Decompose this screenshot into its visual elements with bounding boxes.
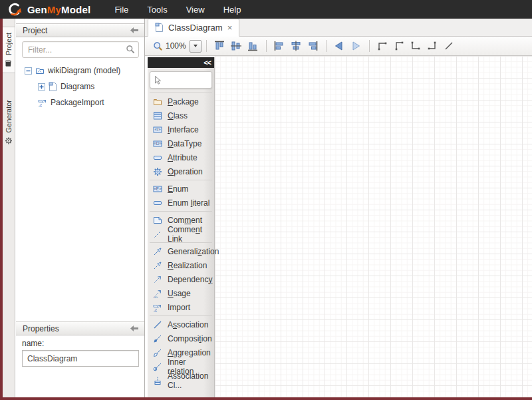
palette-item-import[interactable]: ‹I› Import xyxy=(148,300,214,314)
align-top-button[interactable] xyxy=(211,39,228,53)
tool-palette: << Package Class «I» Interface «D» DataT… xyxy=(148,57,215,397)
align-right-icon xyxy=(306,39,319,53)
align-middle-button[interactable] xyxy=(228,39,245,53)
palette-item-label: DataType xyxy=(168,139,201,148)
palette-item-label: Association xyxy=(168,320,208,329)
palette-item-dependency[interactable]: Dependency xyxy=(148,272,214,286)
align-center-button[interactable] xyxy=(288,39,305,53)
palette-item-label: Aggregation xyxy=(168,348,211,357)
filter-field xyxy=(22,41,139,58)
diagram-icon xyxy=(155,23,164,33)
properties-panel-header: Properties xyxy=(16,321,144,335)
collapse-left-icon[interactable] xyxy=(130,27,139,33)
palette-item-list: Package Class «I» Interface «D» DataType… xyxy=(148,91,214,387)
menu-bar: FileToolsViewHelp xyxy=(105,1,250,18)
import-icon: ‹I› xyxy=(153,303,162,312)
bottom-accent-bar xyxy=(0,397,532,400)
flip-right-button[interactable] xyxy=(348,39,364,53)
palette-item-label: Enum xyxy=(168,184,188,194)
left-accent-bar xyxy=(0,19,3,400)
attribute-icon xyxy=(153,153,162,162)
properties-panel-title: Properties xyxy=(23,324,59,333)
align-bottom-button[interactable] xyxy=(245,39,261,53)
comment-link-icon xyxy=(153,230,162,239)
palette-separator xyxy=(150,211,212,212)
usage-icon: ‹u› xyxy=(153,289,162,298)
filter-input[interactable] xyxy=(22,41,139,58)
toolbar-separator xyxy=(206,40,207,52)
menu-help[interactable]: Help xyxy=(214,1,251,18)
palette-item-enum-literal[interactable]: Enum literal xyxy=(148,196,214,210)
palette-item-usage[interactable]: ‹u› Usage xyxy=(148,286,214,300)
zoom-dropdown-button[interactable] xyxy=(190,40,201,53)
editor-area: ClassDiagram × 100% << Package xyxy=(145,19,532,397)
elbow-up-right-icon xyxy=(376,39,389,53)
tab-classdiagram[interactable]: ClassDiagram × xyxy=(148,19,239,37)
align-right-button[interactable] xyxy=(305,39,321,53)
name-field-label: name: xyxy=(22,339,44,348)
selection-tool-button[interactable] xyxy=(150,71,212,89)
genmymodel-app: GenMyModel FileToolsViewHelp Project Gen… xyxy=(0,0,532,400)
palette-item-generalization[interactable]: Generalization xyxy=(148,244,214,258)
tree-item-packageimport[interactable]: ‹I›PackageImport xyxy=(15,95,143,110)
palette-item-realization[interactable]: Realization xyxy=(148,258,214,272)
dependency-icon xyxy=(153,275,162,284)
palette-collapse-button[interactable]: << xyxy=(203,59,211,67)
flip-left-button[interactable] xyxy=(331,39,348,53)
rail-tab-generator[interactable]: Generator xyxy=(3,95,15,150)
expand-expander-icon[interactable] xyxy=(38,83,45,91)
palette-item-association[interactable]: Association xyxy=(148,317,214,331)
palette-item-class[interactable]: Class xyxy=(148,108,214,122)
palette-item-package[interactable]: Package xyxy=(148,95,214,108)
align-left-icon xyxy=(273,39,286,53)
palette-item-label: Package xyxy=(168,97,199,106)
palette-item-label: Comment Link xyxy=(168,225,214,244)
datatype-icon: «D» xyxy=(153,139,162,148)
elbow-left-down-button[interactable] xyxy=(391,39,408,53)
menu-file[interactable]: File xyxy=(105,1,138,18)
left-panel: Project wikiDiagram (model) Diagrams ‹I›… xyxy=(15,19,145,397)
palette-item-comment-link[interactable]: Comment Link xyxy=(148,227,214,241)
flip-left-icon xyxy=(332,39,346,53)
menu-tools[interactable]: Tools xyxy=(138,1,176,18)
align-center-icon xyxy=(289,39,303,53)
palette-item-datatype[interactable]: «D» DataType xyxy=(148,136,214,150)
collapse-expander-icon[interactable] xyxy=(25,67,32,75)
canvas-grid[interactable] xyxy=(215,56,532,397)
palette-item-attribute[interactable]: Attribute xyxy=(148,150,214,164)
collapse-left-icon[interactable] xyxy=(130,325,139,331)
elbow-down-right-button[interactable] xyxy=(408,39,424,53)
elbow-up-right-button[interactable] xyxy=(374,39,391,53)
flip-right-icon xyxy=(349,39,362,53)
straight-line-button[interactable] xyxy=(441,39,458,53)
interface-icon: «I» xyxy=(153,125,162,134)
palette-item-operation[interactable]: Operation xyxy=(148,164,214,178)
palette-item-label: Dependency xyxy=(168,275,212,284)
palette-item-label: Interface xyxy=(168,125,199,134)
align-middle-icon xyxy=(229,39,243,53)
palette-item-enum[interactable]: «E» Enum xyxy=(148,182,214,196)
diagram-canvas: << Package Class «I» Interface «D» DataT… xyxy=(145,56,532,397)
palette-item-label: Class xyxy=(168,111,188,120)
align-left-button[interactable] xyxy=(271,39,288,53)
search-icon[interactable] xyxy=(126,45,135,54)
palette-separator xyxy=(150,93,212,93)
elbow-down-right-icon xyxy=(409,39,422,53)
elbow-right-up-button[interactable] xyxy=(424,39,441,53)
name-input[interactable] xyxy=(22,350,139,367)
association-class-icon xyxy=(153,376,162,385)
genmymodel-logo[interactable]: GenMyModel xyxy=(0,2,90,17)
palette-item-association-cl[interactable]: Association Cl... xyxy=(148,373,214,387)
palette-item-interface[interactable]: «I» Interface xyxy=(148,122,214,136)
close-icon[interactable]: × xyxy=(227,23,233,32)
rail-tab-label: Generator xyxy=(5,100,13,133)
elbow-right-up-icon xyxy=(426,39,439,53)
diagram-toolbar: 100% xyxy=(145,37,532,56)
zoom-icon xyxy=(153,41,163,51)
tree-item-diagrams[interactable]: Diagrams xyxy=(15,79,143,95)
rail-tab-label: Project xyxy=(5,33,13,55)
tree-item-wikidiagram-model[interactable]: wikiDiagram (model) xyxy=(15,63,143,79)
rail-tab-project[interactable]: Project xyxy=(3,27,15,73)
menu-view[interactable]: View xyxy=(177,1,214,18)
palette-item-composition[interactable]: Composition xyxy=(148,331,214,345)
